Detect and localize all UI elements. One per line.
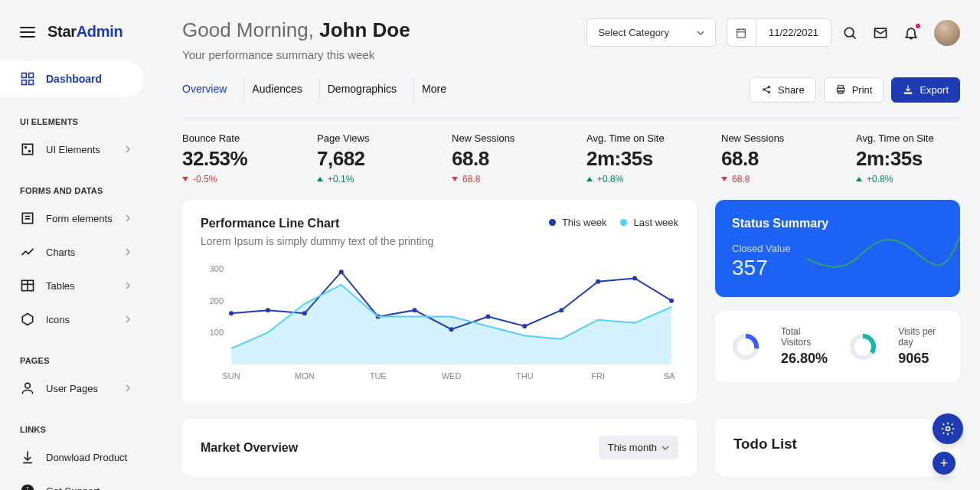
svg-rect-3 bbox=[29, 80, 34, 85]
svg-point-49 bbox=[632, 276, 637, 281]
legend-label: This week bbox=[562, 217, 607, 228]
stat-item: Avg. Time on Site 2m:35s +0.8% bbox=[856, 132, 960, 185]
svg-marker-13 bbox=[22, 314, 32, 325]
svg-text:100: 100 bbox=[210, 328, 224, 337]
sidebar-section-links: LINKS bbox=[0, 405, 149, 440]
svg-point-44 bbox=[449, 327, 454, 332]
sidebar-item-ui-elements[interactable]: UI Elements bbox=[0, 132, 149, 166]
mini-value: 9065 bbox=[898, 351, 943, 367]
sidebar-item-tables[interactable]: Tables bbox=[0, 269, 149, 302]
chevron-right-icon bbox=[124, 282, 132, 289]
greeting-subtitle: Your performance summary this week bbox=[182, 48, 410, 61]
sidebar-item-dashboard[interactable]: Dashboard bbox=[0, 60, 144, 97]
stat-label: Bounce Rate bbox=[182, 132, 289, 144]
sidebar: StarAdmin Dashboard UI ELEMENTS UI Eleme… bbox=[0, 0, 149, 490]
svg-point-50 bbox=[669, 299, 674, 303]
svg-point-39 bbox=[266, 308, 270, 312]
mail-icon[interactable] bbox=[873, 25, 888, 41]
performance-chart-card: Performance Line Chart Lorem Ipsum is si… bbox=[182, 200, 697, 403]
sidebar-item-icons[interactable]: Icons bbox=[0, 302, 149, 336]
svg-point-48 bbox=[596, 279, 600, 284]
svg-text:MON: MON bbox=[295, 371, 315, 381]
add-fab[interactable]: + bbox=[933, 452, 956, 475]
sidebar-item-label: Donwload Product bbox=[46, 452, 132, 463]
tables-icon bbox=[20, 278, 35, 293]
tab-demographics[interactable]: Demographics bbox=[328, 77, 414, 103]
svg-text:FRI: FRI bbox=[591, 371, 605, 381]
stat-delta: 68.8 bbox=[721, 174, 828, 185]
stat-delta: -0.5% bbox=[182, 174, 289, 185]
svg-point-45 bbox=[485, 315, 490, 319]
svg-point-38 bbox=[229, 311, 234, 315]
ui-elements-icon bbox=[20, 142, 35, 157]
greeting-prefix: Good Morning, bbox=[182, 18, 319, 41]
share-button[interactable]: Share bbox=[750, 77, 816, 103]
sidebar-item-user-pages[interactable]: User Pages bbox=[0, 371, 149, 405]
export-icon bbox=[903, 84, 913, 95]
chart-legend: This week Last week bbox=[549, 217, 678, 228]
svg-point-47 bbox=[559, 308, 564, 312]
stat-delta: 68.8 bbox=[452, 174, 559, 185]
icons-icon bbox=[20, 312, 35, 327]
sidebar-item-charts[interactable]: Charts bbox=[0, 235, 149, 269]
search-icon[interactable] bbox=[842, 25, 858, 41]
select-category-dropdown[interactable]: Select Category bbox=[586, 18, 716, 47]
stat-item: Bounce Rate 32.53% -0.5% bbox=[182, 132, 289, 185]
tab-overview[interactable]: Overview bbox=[182, 77, 244, 103]
settings-fab[interactable] bbox=[933, 413, 963, 444]
sidebar-section-pages: PAGES bbox=[0, 336, 149, 371]
sidebar-item-download-product[interactable]: Donwload Product bbox=[0, 440, 149, 474]
button-label: Print bbox=[852, 84, 873, 96]
stat-item: New Sessions 68.8 68.8 bbox=[452, 132, 559, 185]
mini-label: Visits per day bbox=[898, 326, 943, 348]
greeting-name: John Doe bbox=[319, 18, 410, 41]
svg-rect-19 bbox=[737, 29, 746, 38]
svg-point-62 bbox=[946, 427, 950, 431]
chevron-right-icon bbox=[124, 214, 132, 222]
svg-text:TUE: TUE bbox=[370, 371, 387, 381]
line-chart: 100200300SUNMONTUEWEDTHUFRISAT bbox=[201, 261, 675, 384]
svg-text:THU: THU bbox=[516, 371, 534, 381]
stat-item: New Sessions 68.8 68.8 bbox=[721, 132, 828, 185]
sidebar-item-label: Icons bbox=[46, 314, 113, 325]
sidebar-item-form-elements[interactable]: Form elements bbox=[0, 201, 149, 235]
todo-card: Todo List bbox=[715, 419, 960, 476]
menu-toggle-icon[interactable] bbox=[20, 27, 35, 38]
svg-text:SUN: SUN bbox=[222, 371, 240, 381]
form-icon bbox=[20, 211, 35, 226]
button-label: Export bbox=[920, 84, 949, 96]
notifications-icon[interactable] bbox=[903, 25, 919, 41]
greeting: Good Morning, John Doe Your performance … bbox=[182, 18, 410, 61]
visitors-card: Total Visitors26.80% Visits per day9065 bbox=[715, 311, 960, 382]
svg-rect-34 bbox=[905, 93, 912, 93]
stat-value: 2m:35s bbox=[856, 147, 960, 171]
export-button[interactable]: Export bbox=[891, 77, 960, 103]
sidebar-section-forms: FORMS AND DATAS bbox=[0, 166, 149, 201]
sidebar-item-label: Get Support bbox=[46, 485, 132, 491]
sidebar-item-label: Dashboard bbox=[46, 73, 102, 85]
svg-point-40 bbox=[302, 311, 307, 315]
chart-title: Performance Line Chart bbox=[201, 217, 433, 230]
avatar[interactable] bbox=[934, 20, 960, 46]
svg-point-5 bbox=[25, 147, 27, 149]
stat-label: Avg. Time on Site bbox=[586, 132, 694, 144]
date-picker[interactable]: 11/22/2021 bbox=[727, 18, 831, 47]
market-title: Market Overview bbox=[201, 441, 298, 455]
svg-rect-2 bbox=[22, 80, 27, 85]
legend-label: Last week bbox=[633, 217, 678, 228]
chart-subtitle: Lorem Ipsum is simply dummy text of the … bbox=[201, 235, 433, 247]
share-icon bbox=[761, 84, 772, 95]
sidebar-item-get-support[interactable]: Get Support bbox=[0, 474, 149, 490]
chevron-right-icon bbox=[124, 145, 132, 153]
svg-point-14 bbox=[25, 383, 31, 388]
tab-audiences[interactable]: Audiences bbox=[252, 77, 319, 103]
svg-rect-4 bbox=[22, 144, 32, 154]
period-dropdown[interactable]: This month bbox=[599, 436, 678, 459]
date-value: 11/22/2021 bbox=[756, 18, 831, 47]
chevron-down-icon bbox=[697, 29, 704, 37]
tab-more[interactable]: More bbox=[422, 77, 463, 103]
mini-value: 26.80% bbox=[781, 351, 828, 367]
stat-value: 7,682 bbox=[317, 147, 424, 171]
stat-label: New Sessions bbox=[721, 132, 828, 144]
print-button[interactable]: Print bbox=[824, 77, 884, 103]
